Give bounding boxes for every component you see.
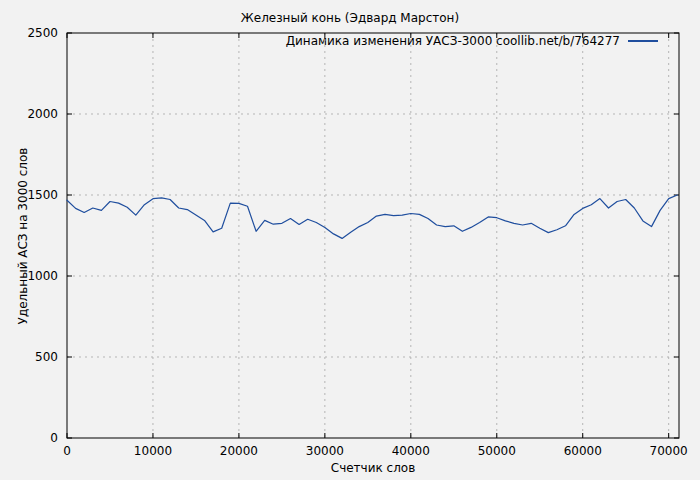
y-tick-label: 500: [35, 350, 58, 364]
y-tick-label: 1000: [27, 269, 58, 283]
series-line: [67, 195, 677, 238]
x-tick-label: 50000: [478, 444, 516, 458]
x-tick-label: 10000: [134, 444, 172, 458]
x-tick-label: 60000: [564, 444, 602, 458]
y-tick-label: 2000: [27, 107, 58, 121]
y-tick-label: 1500: [27, 188, 58, 202]
y-tick-label: 0: [50, 431, 58, 445]
plot-canvas: 0100002000030000400005000060000700000500…: [0, 0, 700, 480]
chart-window: Железный конь (Эдвард Марстон) Динамика …: [0, 0, 700, 480]
x-tick-label: 0: [63, 444, 71, 458]
y-tick-label: 2500: [27, 26, 58, 40]
x-tick-label: 70000: [650, 444, 688, 458]
x-tick-label: 20000: [220, 444, 258, 458]
x-tick-label: 30000: [306, 444, 344, 458]
x-tick-label: 40000: [392, 444, 430, 458]
plot-border: [67, 33, 679, 438]
x-axis-label: Счетчик слов: [67, 461, 679, 475]
